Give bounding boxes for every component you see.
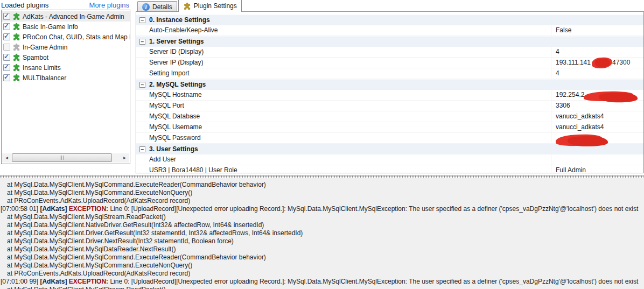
console-stack-line: at MySql.Data.MySqlClient.MySqlCommand.E… (2, 189, 644, 197)
plugin-list-item[interactable]: MULTIbalancer (2, 73, 130, 83)
log-level-exception: EXCEPTION: (69, 205, 108, 213)
plugin-enabled-checkbox[interactable] (3, 74, 10, 81)
setting-value-text: Full Admin (556, 166, 586, 173)
settings-row[interactable]: Server IP (Display)193.111.14147300 (136, 58, 643, 68)
puzzle-icon (12, 12, 20, 20)
setting-label: Server ID (Display) (136, 48, 204, 55)
setting-value[interactable]: vanucci_adkats4 (551, 122, 643, 132)
plugin-enabled-checkbox[interactable] (3, 54, 10, 61)
puzzle-icon (12, 33, 20, 41)
setting-value[interactable]: 4 (551, 68, 643, 79)
settings-row[interactable]: Auto-Enable/Keep-AliveFalse (136, 25, 643, 36)
log-timestamp: [07:01:00 99] (1, 278, 40, 285)
setting-value-text: 4 (556, 69, 559, 77)
section-label: 2. MySQL Settings (149, 81, 206, 88)
plugin-list-item[interactable]: Basic In-Game Info (2, 22, 130, 32)
puzzle-icon (12, 43, 20, 51)
scrollbar-thumb[interactable] (12, 153, 112, 162)
scroll-left-button[interactable]: ◄ (2, 153, 11, 163)
settings-row[interactable]: USR3 | Bora14480 | User RoleFull Admin (136, 165, 643, 173)
setting-value[interactable]: False (551, 25, 643, 36)
settings-row[interactable]: MySQL Password (136, 133, 643, 144)
setting-value[interactable]: 4 (551, 47, 643, 57)
console-exception-line: [07:00:58 01] [AdKats] EXCEPTION: Line 0… (1, 205, 644, 213)
loaded-plugins-panel: Loaded plugins More plugins AdKats - Adv… (0, 0, 132, 168)
console-stack-line: at MySql.Data.MySqlClient.NativeDriver.G… (2, 221, 644, 229)
setting-value-text: 4 (556, 48, 559, 55)
tab-details[interactable]: i Details (137, 1, 177, 12)
settings-row[interactable]: MySQL Usernamevanucci_adkats4 (136, 122, 643, 133)
plugin-enabled-checkbox[interactable] (3, 44, 10, 51)
plugin-label: Spambot (23, 54, 48, 61)
plugin-enabled-checkbox[interactable] (3, 33, 10, 40)
tab-details-label: Details (152, 3, 172, 11)
panel-splitter[interactable] (0, 175, 644, 179)
settings-section-row[interactable]: −0. Instance Settings (136, 15, 643, 25)
console-log[interactable]: at MySql.Data.MySqlClient.MySqlCommand.E… (0, 179, 644, 289)
settings-grid[interactable]: −0. Instance SettingsAuto-Enable/Keep-Al… (136, 12, 643, 173)
setting-value-text: False (556, 26, 571, 34)
setting-value[interactable]: 193.111.14147300 (551, 58, 643, 68)
puzzle-icon (12, 64, 20, 72)
tab-plugin-settings-label: Plugin Settings (194, 2, 237, 10)
setting-label: MySQL Username (136, 123, 202, 131)
redaction-scribble (591, 57, 613, 69)
log-level-exception: EXCEPTION: (69, 278, 108, 285)
scrollbar-grip-icon (60, 156, 65, 160)
setting-value[interactable]: vanucci_adkats4 (551, 111, 643, 122)
setting-label: MySQL Hostname (136, 91, 202, 98)
section-label: 1. Server Settings (149, 38, 204, 45)
setting-label: MySQL Password (136, 134, 201, 142)
plugin-list-item[interactable]: Spambot (2, 52, 130, 62)
plugin-list-item[interactable]: PRoCon Chat, GUID, Stats and Map Lo (2, 32, 130, 42)
settings-row[interactable]: Server ID (Display)4 (136, 47, 643, 58)
info-icon: i (142, 3, 150, 11)
plugin-label: MULTIbalancer (23, 74, 66, 82)
puzzle-icon (12, 74, 20, 82)
settings-row[interactable]: Setting Import4 (136, 68, 643, 79)
plugin-list[interactable]: AdKats - Advanced In-Game AdminBasic In-… (1, 10, 130, 164)
section-label: 3. User Settings (149, 145, 198, 153)
puzzle-edit-icon (183, 2, 191, 10)
setting-value-text: 47300 (612, 59, 630, 66)
plugins-header: Loaded plugins More plugins (0, 0, 132, 9)
scroll-right-button[interactable]: ► (120, 153, 129, 163)
setting-value[interactable]: Full Admin (551, 165, 643, 173)
settings-row[interactable]: MySQL Hostname192.254.2 (136, 90, 643, 101)
tab-plugin-settings[interactable]: Plugin Settings (178, 0, 242, 12)
plugin-enabled-checkbox[interactable] (3, 13, 10, 20)
settings-row[interactable]: MySQL Port3306 (136, 101, 643, 111)
collapse-icon[interactable]: − (139, 82, 145, 88)
plugin-list-item[interactable]: AdKats - Advanced In-Game Admin (2, 11, 130, 22)
plugin-enabled-checkbox[interactable] (3, 64, 10, 71)
collapse-icon[interactable]: − (139, 17, 145, 23)
console-stack-line: at MySql.Data.MySqlClient.Driver.GetResu… (2, 229, 644, 237)
plugin-enabled-checkbox[interactable] (3, 23, 10, 30)
plugin-list-hscrollbar[interactable]: ◄ ► (2, 153, 129, 163)
log-message: Line 0: [UploadRecord][Unexpected error … (108, 278, 638, 285)
setting-value-text: vanucci_adkats4 (556, 123, 604, 131)
setting-label: Auto-Enable/Keep-Alive (136, 26, 218, 34)
more-plugins-link[interactable]: More plugins (89, 1, 129, 9)
plugin-label: Basic In-Game Info (23, 23, 78, 31)
log-message: Line 0: [UploadRecord][Unexpected error … (108, 205, 638, 213)
plugin-list-item[interactable]: Insane Limits (2, 62, 130, 73)
setting-value[interactable]: 3306 (551, 101, 643, 111)
redaction-scribble (556, 133, 603, 147)
log-plugin-tag: [AdKats] (40, 278, 68, 285)
settings-row[interactable]: MySQL Databasevanucci_adkats4 (136, 111, 643, 122)
setting-value[interactable] (551, 154, 643, 165)
console-stack-line: at MySql.Data.MySqlClient.MySqlCommand.E… (2, 181, 644, 189)
setting-label: MySQL Database (136, 112, 200, 120)
settings-section-row[interactable]: −1. Server Settings (136, 36, 643, 47)
plugin-list-item[interactable]: In-Game Admin (2, 42, 130, 52)
setting-value[interactable] (551, 133, 643, 143)
settings-row[interactable]: Add User (136, 154, 643, 165)
collapse-icon[interactable]: − (139, 39, 145, 45)
setting-value-text: vanucci_adkats4 (556, 112, 604, 120)
setting-value[interactable]: 192.254.2 (551, 90, 643, 100)
scrollbar-track[interactable] (11, 153, 120, 163)
console-stack-line: at PRoConEvents.AdKats.UploadRecord(AdKa… (2, 270, 644, 278)
settings-section-row[interactable]: −2. MySQL Settings (136, 79, 643, 90)
collapse-icon[interactable]: − (139, 146, 145, 152)
